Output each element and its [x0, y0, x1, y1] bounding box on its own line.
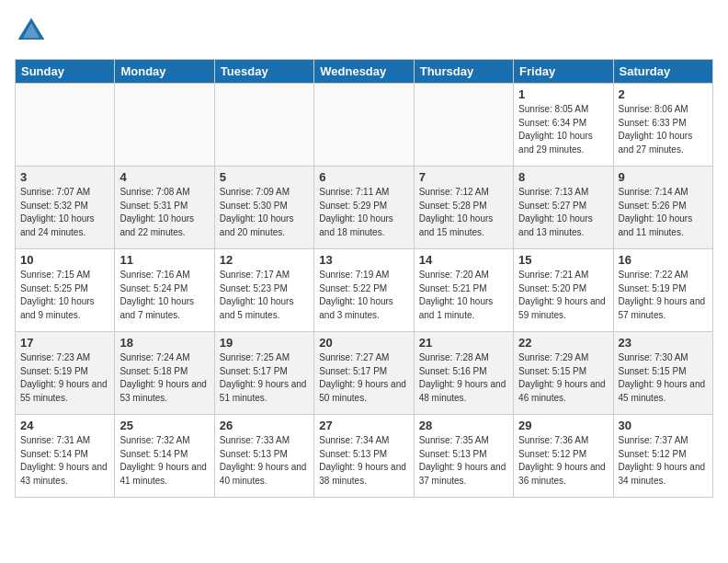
day-number: 4: [119, 170, 209, 184]
weekday-header-tuesday: Tuesday: [214, 60, 313, 84]
day-number: 22: [518, 336, 608, 350]
calendar-cell: 18Sunrise: 7:24 AM Sunset: 5:18 PM Dayli…: [115, 332, 214, 415]
day-number: 16: [619, 253, 708, 267]
day-number: 29: [518, 419, 608, 432]
calendar-cell: 11Sunrise: 7:16 AM Sunset: 5:24 PM Dayli…: [115, 249, 214, 332]
calendar-cell: 23Sunrise: 7:30 AM Sunset: 5:15 PM Dayli…: [613, 332, 712, 415]
day-info: Sunrise: 7:24 AM Sunset: 5:18 PM Dayligh…: [119, 351, 209, 405]
day-info: Sunrise: 7:30 AM Sunset: 5:15 PM Dayligh…: [619, 351, 708, 405]
day-number: 3: [20, 170, 109, 184]
day-number: 10: [20, 253, 109, 267]
day-number: 21: [419, 336, 508, 350]
day-info: Sunrise: 7:07 AM Sunset: 5:32 PM Dayligh…: [20, 186, 109, 239]
day-number: 11: [119, 253, 209, 267]
day-info: Sunrise: 7:13 AM Sunset: 5:27 PM Dayligh…: [518, 186, 608, 239]
day-number: 25: [119, 419, 209, 432]
calendar-cell: 15Sunrise: 7:21 AM Sunset: 5:20 PM Dayli…: [514, 249, 613, 332]
day-number: 1: [518, 87, 608, 101]
calendar-cell: 21Sunrise: 7:28 AM Sunset: 5:16 PM Dayli…: [414, 332, 513, 415]
day-info: Sunrise: 7:34 AM Sunset: 5:13 PM Dayligh…: [319, 434, 408, 488]
calendar-cell: 13Sunrise: 7:19 AM Sunset: 5:22 PM Dayli…: [314, 249, 414, 332]
calendar-cell: 2Sunrise: 8:06 AM Sunset: 6:33 PM Daylig…: [613, 84, 712, 167]
calendar-cell: 26Sunrise: 7:33 AM Sunset: 5:13 PM Dayli…: [214, 415, 313, 498]
calendar-cell: 6Sunrise: 7:11 AM Sunset: 5:29 PM Daylig…: [314, 167, 414, 249]
day-info: Sunrise: 7:09 AM Sunset: 5:30 PM Dayligh…: [220, 186, 309, 239]
day-number: 26: [220, 419, 309, 432]
day-info: Sunrise: 8:05 AM Sunset: 6:34 PM Dayligh…: [518, 103, 608, 156]
day-number: 9: [619, 170, 708, 184]
day-info: Sunrise: 7:12 AM Sunset: 5:28 PM Dayligh…: [419, 186, 508, 239]
weekday-header-monday: Monday: [115, 60, 214, 84]
calendar-week-4: 17Sunrise: 7:23 AM Sunset: 5:19 PM Dayli…: [16, 332, 713, 415]
day-number: 27: [319, 419, 408, 432]
calendar-cell: 28Sunrise: 7:35 AM Sunset: 5:13 PM Dayli…: [414, 415, 513, 498]
logo: [15, 15, 51, 48]
calendar-cell: 20Sunrise: 7:27 AM Sunset: 5:17 PM Dayli…: [314, 332, 414, 415]
calendar-cell: [16, 84, 115, 167]
day-info: Sunrise: 7:33 AM Sunset: 5:13 PM Dayligh…: [220, 434, 309, 488]
day-number: 23: [619, 336, 708, 350]
day-number: 17: [20, 336, 109, 350]
day-info: Sunrise: 7:08 AM Sunset: 5:31 PM Dayligh…: [119, 186, 209, 239]
calendar-cell: 1Sunrise: 8:05 AM Sunset: 6:34 PM Daylig…: [514, 84, 613, 167]
day-number: 7: [419, 170, 508, 184]
calendar-week-3: 10Sunrise: 7:15 AM Sunset: 5:25 PM Dayli…: [16, 249, 713, 332]
calendar-cell: 3Sunrise: 7:07 AM Sunset: 5:32 PM Daylig…: [16, 167, 115, 249]
calendar-cell: 8Sunrise: 7:13 AM Sunset: 5:27 PM Daylig…: [514, 167, 613, 249]
logo-icon: [15, 15, 48, 48]
calendar-cell: 30Sunrise: 7:37 AM Sunset: 5:12 PM Dayli…: [613, 415, 712, 498]
day-info: Sunrise: 7:16 AM Sunset: 5:24 PM Dayligh…: [119, 269, 209, 322]
calendar-week-2: 3Sunrise: 7:07 AM Sunset: 5:32 PM Daylig…: [16, 167, 713, 249]
weekday-header-row: SundayMondayTuesdayWednesdayThursdayFrid…: [16, 60, 713, 84]
calendar-cell: [214, 84, 313, 167]
day-info: Sunrise: 7:14 AM Sunset: 5:26 PM Dayligh…: [619, 186, 708, 239]
day-info: Sunrise: 7:29 AM Sunset: 5:15 PM Dayligh…: [518, 351, 608, 405]
day-info: Sunrise: 7:23 AM Sunset: 5:19 PM Dayligh…: [20, 351, 109, 405]
calendar-cell: 12Sunrise: 7:17 AM Sunset: 5:23 PM Dayli…: [214, 249, 313, 332]
day-number: 2: [619, 87, 708, 101]
day-info: Sunrise: 7:17 AM Sunset: 5:23 PM Dayligh…: [220, 269, 309, 322]
calendar-cell: 29Sunrise: 7:36 AM Sunset: 5:12 PM Dayli…: [514, 415, 613, 498]
calendar-cell: 24Sunrise: 7:31 AM Sunset: 5:14 PM Dayli…: [16, 415, 115, 498]
day-number: 24: [20, 419, 109, 432]
day-info: Sunrise: 7:37 AM Sunset: 5:12 PM Dayligh…: [619, 434, 708, 488]
day-info: Sunrise: 7:15 AM Sunset: 5:25 PM Dayligh…: [20, 269, 109, 322]
day-info: Sunrise: 7:32 AM Sunset: 5:14 PM Dayligh…: [119, 434, 209, 488]
calendar-week-1: 1Sunrise: 8:05 AM Sunset: 6:34 PM Daylig…: [16, 84, 713, 167]
day-info: Sunrise: 7:11 AM Sunset: 5:29 PM Dayligh…: [319, 186, 408, 239]
day-number: 13: [319, 253, 408, 267]
calendar-cell: 25Sunrise: 7:32 AM Sunset: 5:14 PM Dayli…: [115, 415, 214, 498]
day-number: 20: [319, 336, 408, 350]
day-number: 6: [319, 170, 408, 184]
day-info: Sunrise: 8:06 AM Sunset: 6:33 PM Dayligh…: [619, 103, 708, 156]
weekday-header-wednesday: Wednesday: [314, 60, 414, 84]
day-info: Sunrise: 7:35 AM Sunset: 5:13 PM Dayligh…: [419, 434, 508, 488]
calendar-cell: 17Sunrise: 7:23 AM Sunset: 5:19 PM Dayli…: [16, 332, 115, 415]
calendar-cell: 27Sunrise: 7:34 AM Sunset: 5:13 PM Dayli…: [314, 415, 414, 498]
calendar-week-5: 24Sunrise: 7:31 AM Sunset: 5:14 PM Dayli…: [16, 415, 713, 498]
day-info: Sunrise: 7:36 AM Sunset: 5:12 PM Dayligh…: [518, 434, 608, 488]
calendar-cell: 16Sunrise: 7:22 AM Sunset: 5:19 PM Dayli…: [613, 249, 712, 332]
day-number: 12: [220, 253, 309, 267]
day-number: 5: [220, 170, 309, 184]
day-info: Sunrise: 7:25 AM Sunset: 5:17 PM Dayligh…: [220, 351, 309, 405]
calendar-cell: 10Sunrise: 7:15 AM Sunset: 5:25 PM Dayli…: [16, 249, 115, 332]
day-number: 14: [419, 253, 508, 267]
day-number: 30: [619, 419, 708, 432]
calendar-cell: 5Sunrise: 7:09 AM Sunset: 5:30 PM Daylig…: [214, 167, 313, 249]
calendar-cell: 22Sunrise: 7:29 AM Sunset: 5:15 PM Dayli…: [514, 332, 613, 415]
day-info: Sunrise: 7:28 AM Sunset: 5:16 PM Dayligh…: [419, 351, 508, 405]
day-info: Sunrise: 7:21 AM Sunset: 5:20 PM Dayligh…: [518, 269, 608, 322]
calendar-cell: 4Sunrise: 7:08 AM Sunset: 5:31 PM Daylig…: [115, 167, 214, 249]
page-header: [15, 15, 713, 48]
calendar-cell: 19Sunrise: 7:25 AM Sunset: 5:17 PM Dayli…: [214, 332, 313, 415]
weekday-header-friday: Friday: [514, 60, 613, 84]
day-info: Sunrise: 7:27 AM Sunset: 5:17 PM Dayligh…: [319, 351, 408, 405]
weekday-header-sunday: Sunday: [16, 60, 115, 84]
calendar-cell: 9Sunrise: 7:14 AM Sunset: 5:26 PM Daylig…: [613, 167, 712, 249]
day-number: 19: [220, 336, 309, 350]
calendar-cell: [115, 84, 214, 167]
calendar-cell: 14Sunrise: 7:20 AM Sunset: 5:21 PM Dayli…: [414, 249, 513, 332]
calendar-cell: 7Sunrise: 7:12 AM Sunset: 5:28 PM Daylig…: [414, 167, 513, 249]
day-number: 28: [419, 419, 508, 432]
